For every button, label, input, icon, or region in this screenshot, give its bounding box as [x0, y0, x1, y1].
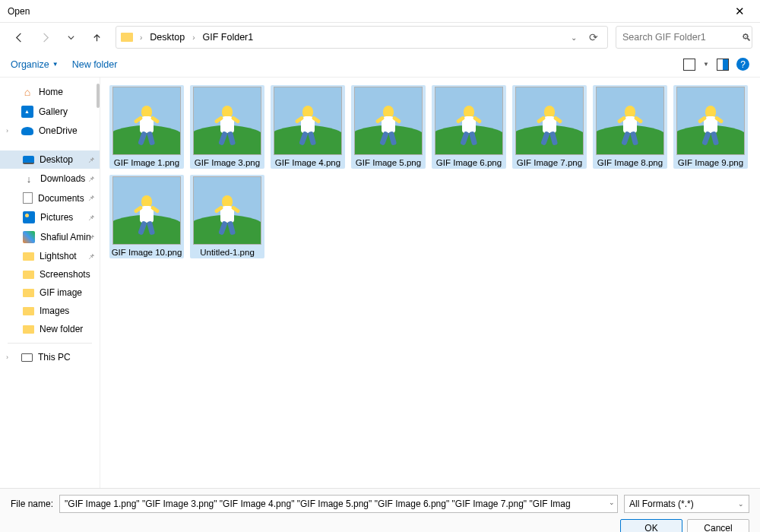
file-thumb[interactable]: GIF Image 5.png — [351, 85, 426, 169]
file-thumb[interactable]: Untitled-1.png — [190, 175, 264, 258]
folder-icon — [23, 252, 34, 261]
pin-icon: 📌︎ — [87, 156, 95, 164]
toolbar: Organize ▼ New folder ▼ ? — [0, 52, 760, 78]
folder-icon — [23, 271, 34, 279]
chevron-right-icon[interactable]: › — [191, 33, 196, 42]
file-name: GIF Image 1.png — [114, 158, 179, 167]
sidebar-item-documents[interactable]: Documents📌︎ — [0, 188, 100, 207]
sidebar-item-screenshots[interactable]: Screenshots — [0, 265, 100, 283]
file-name: GIF Image 9.png — [678, 158, 743, 167]
file-thumb[interactable]: GIF Image 9.png — [673, 85, 748, 169]
folder-icon — [121, 33, 133, 42]
thumbnail-image — [596, 87, 664, 155]
chevron-down-icon[interactable]: ▼ — [703, 61, 709, 68]
file-name: GIF Image 5.png — [356, 158, 421, 167]
cancel-button[interactable]: Cancel — [687, 519, 749, 532]
filename-label: File name: — [11, 499, 53, 509]
sidebar-item-images[interactable]: Images — [0, 302, 100, 320]
pictures-icon — [23, 211, 35, 223]
sidebar-item-onedrive[interactable]: ›OneDrive — [0, 122, 100, 140]
chevron-down-icon[interactable]: ⌄ — [609, 499, 615, 506]
filename-input[interactable] — [59, 495, 618, 513]
separator — [8, 343, 92, 344]
chevron-right-icon[interactable]: › — [6, 127, 8, 135]
sidebar-item-desktop[interactable]: Desktop📌︎ — [0, 150, 100, 169]
address-bar[interactable]: › Desktop › GIF Folder1 ⌄ ⟳ — [116, 26, 608, 49]
navbar: › Desktop › GIF Folder1 ⌄ ⟳ 🔍︎ — [0, 23, 760, 52]
home-icon: ⌂ — [21, 86, 33, 98]
file-thumb[interactable]: GIF Image 3.png — [190, 85, 264, 169]
desktop-icon — [23, 156, 34, 164]
help-icon[interactable]: ? — [736, 58, 749, 71]
chevron-right-icon[interactable]: › — [6, 353, 8, 361]
chevron-down-icon: ▼ — [52, 61, 59, 68]
view-icon[interactable] — [683, 59, 695, 71]
window-title: Open — [8, 6, 30, 17]
thumbnail-image — [193, 176, 261, 245]
gallery-icon — [21, 106, 33, 118]
download-icon: ↓ — [23, 173, 35, 185]
thumbnail-image — [112, 176, 181, 245]
breadcrumb-item[interactable]: GIF Folder1 — [201, 30, 256, 44]
chevron-down-icon[interactable]: ⌄ — [567, 32, 581, 43]
titlebar: Open ✕ — [0, 0, 760, 23]
file-thumb[interactable]: GIF Image 7.png — [512, 85, 587, 169]
forward-button[interactable] — [33, 27, 56, 47]
folder-icon — [23, 289, 34, 297]
thumbnail-image — [676, 87, 745, 155]
pin-icon: 📌︎ — [87, 214, 95, 222]
sidebar-item-thispc[interactable]: ›This PC — [0, 348, 100, 366]
organize-button[interactable]: Organize ▼ — [11, 59, 59, 70]
sidebar-item-lightshot[interactable]: Lightshot📌︎ — [0, 247, 100, 265]
folder-icon — [23, 307, 34, 315]
file-grid: GIF Image 1.pngGIF Image 3.pngGIF Image … — [100, 78, 760, 488]
file-name: GIF Image 8.png — [597, 158, 663, 167]
back-button[interactable] — [8, 27, 30, 47]
file-thumb[interactable]: GIF Image 1.png — [109, 85, 184, 169]
file-name: GIF Image 7.png — [517, 158, 582, 167]
sidebar-item-gifimage[interactable]: GIF image — [0, 283, 100, 302]
file-name: GIF Image 3.png — [195, 158, 260, 167]
thumbnail-image — [193, 87, 261, 155]
breadcrumb-item[interactable]: Desktop — [147, 30, 187, 44]
sidebar-item-pictures[interactable]: Pictures📌︎ — [0, 207, 100, 227]
thumbnail-image — [354, 87, 423, 155]
pin-icon: 📌︎ — [87, 194, 95, 202]
sidebar-item-user[interactable]: Shafiul Amin📌︎ — [0, 227, 100, 247]
file-thumb[interactable]: GIF Image 10.png — [109, 175, 184, 258]
pin-icon: 📌︎ — [87, 175, 95, 183]
search-icon[interactable]: 🔍︎ — [742, 32, 752, 43]
chevron-down-icon: ⌄ — [738, 500, 744, 508]
sidebar-item-gallery[interactable]: Gallery — [0, 102, 100, 122]
file-thumb[interactable]: GIF Image 6.png — [432, 85, 506, 169]
preview-pane-icon[interactable] — [717, 59, 729, 71]
sidebar: ⌂Home Gallery ›OneDrive Desktop📌︎ ↓Downl… — [0, 78, 100, 488]
thumbnail-image — [515, 87, 584, 155]
pin-icon: 📌︎ — [87, 252, 95, 261]
onedrive-icon — [21, 127, 33, 135]
file-name: GIF Image 6.png — [436, 158, 502, 167]
folder-icon — [23, 325, 34, 334]
refresh-icon[interactable]: ⟳ — [584, 30, 603, 45]
sidebar-item-downloads[interactable]: ↓Downloads📌︎ — [0, 169, 100, 188]
document-icon — [23, 192, 33, 204]
file-thumb[interactable]: GIF Image 4.png — [271, 85, 345, 169]
search-input[interactable] — [622, 32, 742, 43]
user-icon — [23, 231, 35, 243]
file-thumb[interactable]: GIF Image 8.png — [593, 85, 667, 169]
search-box[interactable]: 🔍︎ — [616, 26, 752, 49]
thumbnail-image — [112, 87, 181, 155]
sidebar-item-newfolder[interactable]: New folder — [0, 320, 100, 338]
up-button[interactable] — [85, 27, 108, 47]
thumbnail-image — [435, 87, 503, 155]
close-icon[interactable]: ✕ — [727, 2, 752, 21]
new-folder-button[interactable]: New folder — [72, 59, 118, 70]
ok-button[interactable]: OK — [620, 519, 682, 532]
recent-dropdown[interactable] — [59, 27, 82, 47]
sidebar-item-home[interactable]: ⌂Home — [0, 82, 100, 102]
filetype-filter[interactable]: All Formats (*.*)⌄ — [624, 495, 749, 513]
chevron-right-icon[interactable]: › — [138, 33, 144, 42]
file-name: Untitled-1.png — [200, 248, 255, 257]
pc-icon — [21, 353, 33, 362]
thumbnail-image — [274, 87, 342, 155]
